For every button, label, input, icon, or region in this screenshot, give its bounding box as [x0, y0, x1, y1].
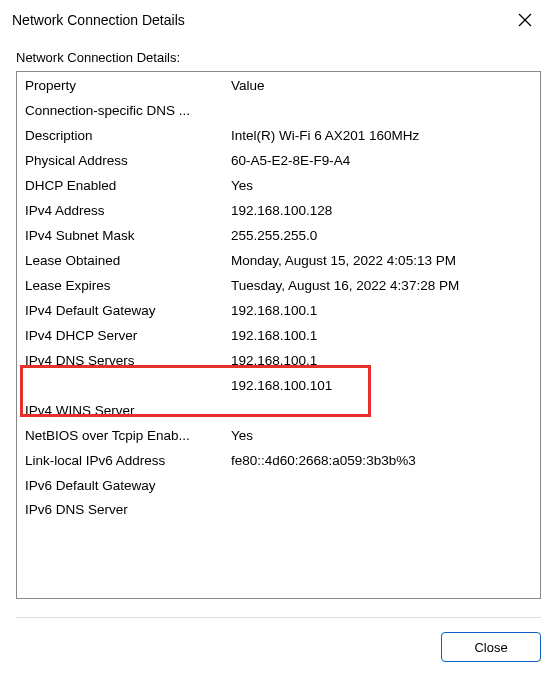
value-cell: Intel(R) Wi-Fi 6 AX201 160MHz — [227, 124, 540, 149]
property-cell: IPv4 Default Gateway — [17, 299, 227, 324]
content-area: Network Connection Details: PropertyValu… — [0, 40, 557, 613]
close-button-label: Close — [474, 640, 507, 655]
network-connection-details-dialog: Network Connection Details Network Conne… — [0, 0, 557, 676]
table-row[interactable]: DescriptionIntel(R) Wi-Fi 6 AX201 160MHz — [17, 124, 540, 149]
window-title: Network Connection Details — [12, 12, 505, 28]
value-cell — [227, 99, 540, 124]
property-cell: Physical Address — [17, 149, 227, 174]
header-row: PropertyValue — [17, 74, 540, 99]
button-bar: Close — [0, 618, 557, 676]
table-row[interactable]: IPv4 Subnet Mask255.255.255.0 — [17, 224, 540, 249]
property-cell: IPv4 WINS Server — [17, 399, 227, 424]
property-cell: IPv4 Subnet Mask — [17, 224, 227, 249]
table-row[interactable]: Link-local IPv6 Addressfe80::4d60:2668:a… — [17, 449, 540, 474]
value-cell: 192.168.100.1 — [227, 299, 540, 324]
table-row[interactable]: IPv4 DNS Servers192.168.100.1 — [17, 349, 540, 374]
property-cell: IPv4 Address — [17, 199, 227, 224]
table-row[interactable]: DHCP EnabledYes — [17, 174, 540, 199]
property-cell: Connection-specific DNS ... — [17, 99, 227, 124]
table-row[interactable]: Physical Address60-A5-E2-8E-F9-A4 — [17, 149, 540, 174]
value-cell: 60-A5-E2-8E-F9-A4 — [227, 149, 540, 174]
property-cell: Lease Expires — [17, 274, 227, 299]
table-row[interactable]: IPv4 DHCP Server192.168.100.1 — [17, 324, 540, 349]
value-cell — [227, 498, 540, 523]
value-cell: 255.255.255.0 — [227, 224, 540, 249]
value-cell — [227, 399, 540, 424]
section-label: Network Connection Details: — [16, 50, 541, 65]
x-icon — [518, 13, 532, 27]
value-cell — [227, 474, 540, 499]
table-row[interactable]: 192.168.100.101 — [17, 374, 540, 399]
table-row[interactable]: Lease ExpiresTuesday, August 16, 2022 4:… — [17, 274, 540, 299]
property-cell: IPv6 DNS Server — [17, 498, 227, 523]
details-grid: PropertyValueConnection-specific DNS ...… — [16, 71, 541, 599]
property-cell: IPv4 DNS Servers — [17, 349, 227, 374]
titlebar: Network Connection Details — [0, 0, 557, 40]
close-icon[interactable] — [505, 0, 545, 40]
table-row[interactable]: IPv6 DNS Server — [17, 498, 540, 523]
property-cell: Link-local IPv6 Address — [17, 449, 227, 474]
close-button[interactable]: Close — [441, 632, 541, 662]
property-cell: DHCP Enabled — [17, 174, 227, 199]
column-header-property: Property — [17, 74, 227, 99]
value-cell: 192.168.100.101 — [227, 374, 540, 399]
table-row[interactable]: IPv4 Address192.168.100.128 — [17, 199, 540, 224]
value-cell: Monday, August 15, 2022 4:05:13 PM — [227, 249, 540, 274]
value-cell: Yes — [227, 424, 540, 449]
property-cell — [17, 374, 227, 399]
property-cell: Lease Obtained — [17, 249, 227, 274]
column-header-value: Value — [227, 74, 540, 99]
property-cell: IPv4 DHCP Server — [17, 324, 227, 349]
value-cell: 192.168.100.1 — [227, 324, 540, 349]
table-row[interactable]: IPv4 WINS Server — [17, 399, 540, 424]
value-cell: 192.168.100.1 — [227, 349, 540, 374]
table-row[interactable]: NetBIOS over Tcpip Enab...Yes — [17, 424, 540, 449]
table-row[interactable]: IPv6 Default Gateway — [17, 474, 540, 499]
property-cell: Description — [17, 124, 227, 149]
table-row[interactable]: Connection-specific DNS ... — [17, 99, 540, 124]
table-row[interactable]: IPv4 Default Gateway192.168.100.1 — [17, 299, 540, 324]
table-row[interactable]: Lease ObtainedMonday, August 15, 2022 4:… — [17, 249, 540, 274]
property-cell: IPv6 Default Gateway — [17, 474, 227, 499]
value-cell: Tuesday, August 16, 2022 4:37:28 PM — [227, 274, 540, 299]
value-cell: Yes — [227, 174, 540, 199]
value-cell: fe80::4d60:2668:a059:3b3b%3 — [227, 449, 540, 474]
property-cell: NetBIOS over Tcpip Enab... — [17, 424, 227, 449]
value-cell: 192.168.100.128 — [227, 199, 540, 224]
